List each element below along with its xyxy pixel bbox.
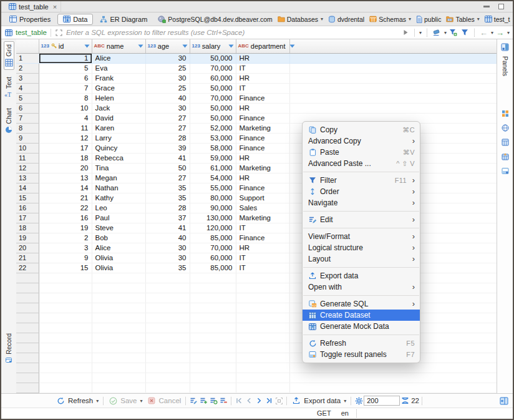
first-row-button[interactable] [234,396,244,406]
breadcrumb-item-databases[interactable]: Databases▾ [278,16,323,23]
cell-salary[interactable]: 55,000 [190,183,236,193]
empty-cell[interactable] [39,383,92,393]
cell-age[interactable]: 30 [145,253,190,263]
cell-department[interactable]: Finance [236,93,289,103]
cell-id[interactable]: 21 [39,193,92,203]
cell-age[interactable]: 39 [145,143,190,153]
minimize-button[interactable] [483,6,490,7]
cell-department[interactable]: Finance [236,143,289,153]
cell-id[interactable]: 7 [39,83,92,93]
empty-cell[interactable] [92,293,145,303]
row-number[interactable]: 3 [16,73,39,83]
empty-cell[interactable] [236,283,289,293]
row-number[interactable]: 6 [16,103,39,113]
cancel-button[interactable]: Cancel [145,396,183,406]
empty-cell[interactable] [190,293,236,303]
empty-cell[interactable] [190,353,236,363]
row-number[interactable]: 13 [16,173,39,183]
cell-department[interactable]: HR [236,173,289,183]
menu-item-advanced-copy[interactable]: Advanced Copy› [303,135,420,147]
maximize-results-icon[interactable] [499,396,509,406]
cell-age[interactable]: 41 [145,153,190,163]
empty-cell[interactable] [92,343,145,353]
cell-age[interactable]: 37 [145,213,190,223]
row-number[interactable]: 21 [16,253,39,263]
cell-salary[interactable]: 50,000 [190,53,236,63]
empty-cell[interactable] [92,303,145,313]
cell-id[interactable]: 18 [39,153,92,163]
save-button[interactable]: Save ▾ [106,396,144,406]
cell-id[interactable]: 8 [39,93,92,103]
cell-id[interactable]: 9 [39,253,92,263]
fetch-size-input[interactable] [364,396,400,406]
row-number[interactable]: 18 [16,223,39,233]
expand-filter-icon[interactable] [55,27,64,37]
empty-cell[interactable] [39,373,92,383]
edit-cell-button[interactable] [188,396,198,406]
references-icon[interactable] [500,123,511,133]
empty-cell[interactable] [145,343,190,353]
empty-cell[interactable] [236,273,289,283]
cell-name[interactable]: Alice [92,53,145,63]
filter-settings-icon[interactable] [460,27,469,37]
row-number[interactable]: 22 [16,263,39,273]
cell-name[interactable]: Megan [92,173,145,183]
cell-id[interactable]: 19 [39,223,92,233]
empty-cell[interactable] [190,373,236,383]
empty-cell[interactable] [145,293,190,303]
back-arrow-icon[interactable]: ← [480,29,488,37]
cell-name[interactable]: Larry [92,133,145,143]
breadcrumb-item-public[interactable]: public [416,16,441,23]
row-number[interactable] [16,343,39,353]
next-row-button[interactable] [254,396,264,406]
cell-name[interactable]: Nathan [92,183,145,193]
row-number[interactable]: 1 [16,53,39,63]
tab-properties[interactable]: Properties [4,14,56,25]
empty-cell[interactable] [39,273,92,283]
cell-name[interactable]: David [92,113,145,123]
cell-department[interactable]: IT [236,223,289,233]
empty-cell[interactable] [190,343,236,353]
close-tab-icon[interactable]: × [53,3,57,11]
cell-salary[interactable]: 90,000 [190,203,236,213]
row-number[interactable] [16,283,39,293]
export-data-button[interactable]: Export data ▾ [289,396,348,406]
sort-caret-icon[interactable] [289,44,295,48]
empty-cell[interactable] [236,333,289,343]
breadcrumb-item-tables[interactable]: Tables▾ [446,16,479,23]
editor-file-tab[interactable]: test_table × [5,1,61,12]
fetch-all-rows-icon[interactable] [400,396,410,406]
cell-age[interactable]: 50 [145,163,190,173]
status-language[interactable]: en [336,409,354,417]
empty-cell[interactable] [190,303,236,313]
cell-department[interactable]: HR [236,243,289,253]
empty-cell[interactable] [39,303,92,313]
empty-cell[interactable] [236,323,289,333]
cell-age[interactable]: 35 [145,183,190,193]
gear-icon[interactable] [354,396,364,406]
row-number[interactable]: 8 [16,123,39,133]
cell-salary[interactable]: 130,000 [190,213,236,223]
empty-cell[interactable] [190,273,236,283]
cell-name[interactable]: Olivia [92,253,145,263]
row-number[interactable]: 12 [16,163,39,173]
empty-cell[interactable] [39,333,92,343]
cell-department[interactable]: Finance [236,233,289,243]
cell-name[interactable]: Leo [92,203,145,213]
cell-name[interactable]: Quincy [92,143,145,153]
cell-id[interactable]: 20 [39,163,92,173]
metadata-icon[interactable] [500,166,511,176]
cell-age[interactable]: 28 [145,203,190,213]
apply-filter-icon[interactable] [402,27,410,37]
chevron-down-icon[interactable]: ▾ [491,30,493,36]
cell-id[interactable]: 16 [39,213,92,223]
focus-current-row-button[interactable] [274,396,284,406]
cell-department[interactable]: Sales [236,203,289,213]
cell-id[interactable]: 22 [39,203,92,213]
empty-cell[interactable] [39,343,92,353]
empty-cell[interactable] [39,313,92,323]
empty-cell[interactable] [92,273,145,283]
empty-cell[interactable] [92,383,145,393]
cell-salary[interactable]: 70,000 [190,63,236,73]
empty-cell[interactable] [236,353,289,363]
